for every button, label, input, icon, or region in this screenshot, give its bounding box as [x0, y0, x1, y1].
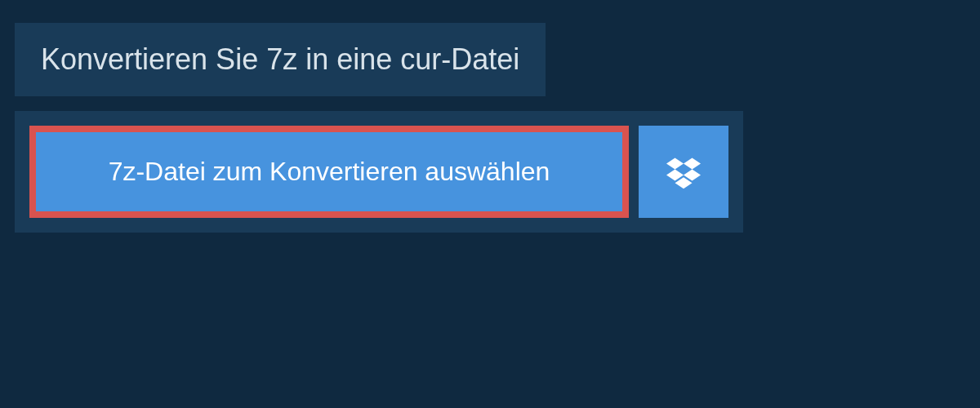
select-file-label: 7z-Datei zum Konvertieren auswählen: [109, 157, 550, 187]
dropbox-button[interactable]: [639, 126, 728, 218]
select-file-button[interactable]: 7z-Datei zum Konvertieren auswählen: [36, 132, 622, 211]
select-button-highlight: 7z-Datei zum Konvertieren auswählen: [29, 126, 629, 218]
dropbox-icon: [666, 155, 701, 189]
page-title: Konvertieren Sie 7z in eine cur-Datei: [41, 42, 519, 77]
page-header: Konvertieren Sie 7z in eine cur-Datei: [15, 23, 546, 96]
file-select-panel: 7z-Datei zum Konvertieren auswählen: [15, 111, 743, 233]
